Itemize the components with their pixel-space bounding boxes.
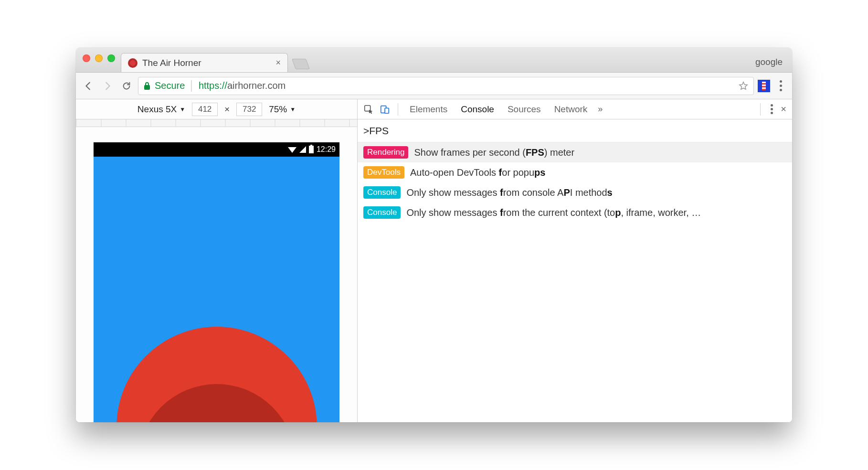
command-menu-text: >FPS bbox=[363, 125, 389, 137]
command-menu-results: Rendering Show frames per second (FPS) m… bbox=[358, 142, 792, 422]
devtools-pane: Elements Console Sources Network » × >FP… bbox=[358, 99, 792, 422]
address-bar[interactable]: Secure │ https://airhorner.com bbox=[138, 77, 754, 95]
maximize-window-button[interactable] bbox=[107, 54, 115, 62]
svg-rect-3 bbox=[385, 108, 389, 113]
tab-title: The Air Horner bbox=[142, 58, 271, 68]
zoom-select[interactable]: 75% ▼ bbox=[269, 104, 296, 115]
divider bbox=[398, 103, 398, 116]
forward-button[interactable] bbox=[100, 78, 115, 94]
reload-button[interactable] bbox=[119, 78, 134, 94]
titlebar: The Air Horner × google bbox=[76, 48, 792, 73]
new-tab-button[interactable] bbox=[292, 59, 310, 69]
secure-label: Secure bbox=[155, 80, 185, 91]
minimize-window-button[interactable] bbox=[95, 54, 103, 62]
device-name: Nexus 5X bbox=[138, 104, 177, 115]
command-menu-input[interactable]: >FPS bbox=[358, 119, 792, 142]
inspect-element-icon[interactable] bbox=[361, 102, 376, 117]
url-text: https://airhorner.com bbox=[199, 80, 286, 91]
content-area: Nexus 5X ▼ × 75% ▼ 12:29 bbox=[76, 99, 792, 422]
bookmark-star-icon[interactable] bbox=[738, 81, 749, 91]
command-label: Show frames per second (FPS) meter bbox=[414, 147, 786, 158]
viewport-area: 12:29 bbox=[76, 127, 357, 422]
tab-elements[interactable]: Elements bbox=[404, 104, 453, 115]
lighthouse-extension-icon[interactable] bbox=[758, 80, 770, 92]
battery-icon bbox=[309, 146, 314, 153]
device-toolbar: Nexus 5X ▼ × 75% ▼ bbox=[76, 99, 357, 119]
cellular-icon bbox=[299, 146, 306, 153]
window-controls bbox=[83, 54, 115, 62]
command-result[interactable]: Console Only show messages from the curr… bbox=[358, 203, 792, 223]
device-pane: Nexus 5X ▼ × 75% ▼ 12:29 bbox=[76, 99, 358, 422]
category-badge: Console bbox=[363, 186, 401, 199]
command-label: Auto-open DevTools for popups bbox=[410, 167, 786, 178]
divider bbox=[760, 103, 761, 116]
command-label: Only show messages from the current cont… bbox=[406, 207, 786, 218]
more-tabs-icon[interactable]: » bbox=[595, 104, 605, 114]
separator: │ bbox=[189, 80, 195, 91]
emulated-device-screen[interactable]: 12:29 bbox=[94, 142, 339, 422]
profile-label[interactable]: google bbox=[755, 57, 783, 67]
category-badge: Rendering bbox=[363, 146, 408, 159]
width-input[interactable] bbox=[192, 103, 218, 116]
browser-tab[interactable]: The Air Horner × bbox=[121, 53, 288, 72]
chevron-down-icon: ▼ bbox=[290, 106, 296, 113]
browser-window: The Air Horner × google Secure │ https:/… bbox=[76, 48, 792, 422]
tab-sources[interactable]: Sources bbox=[502, 104, 547, 115]
svg-rect-0 bbox=[144, 85, 150, 90]
toolbar: Secure │ https://airhorner.com bbox=[76, 73, 792, 99]
tab-network[interactable]: Network bbox=[549, 104, 593, 115]
back-button[interactable] bbox=[81, 78, 96, 94]
devtools-close-icon[interactable]: × bbox=[779, 104, 788, 115]
category-badge: Console bbox=[363, 206, 401, 219]
height-input[interactable] bbox=[236, 103, 262, 116]
tab-console[interactable]: Console bbox=[455, 104, 500, 115]
devtools-tabbar: Elements Console Sources Network » × bbox=[358, 99, 792, 119]
device-select[interactable]: Nexus 5X ▼ bbox=[138, 104, 185, 115]
wifi-icon bbox=[288, 147, 296, 153]
chevron-down-icon: ▼ bbox=[180, 106, 185, 113]
command-result[interactable]: Console Only show messages from console … bbox=[358, 182, 792, 203]
command-result[interactable]: DevTools Auto-open DevTools for popups bbox=[358, 162, 792, 182]
zoom-value: 75% bbox=[269, 104, 287, 115]
command-result[interactable]: Rendering Show frames per second (FPS) m… bbox=[358, 142, 792, 162]
dimension-x: × bbox=[224, 104, 230, 115]
toggle-device-icon[interactable] bbox=[378, 102, 392, 117]
android-statusbar: 12:29 bbox=[94, 142, 339, 157]
command-label: Only show messages from console API meth… bbox=[406, 187, 786, 198]
lock-icon bbox=[143, 82, 151, 90]
browser-menu-button[interactable] bbox=[774, 80, 787, 91]
favicon-icon bbox=[128, 58, 138, 68]
tab-close-icon[interactable]: × bbox=[275, 58, 281, 68]
ruler bbox=[76, 119, 357, 127]
clock-label: 12:29 bbox=[317, 145, 336, 154]
category-badge: DevTools bbox=[363, 166, 404, 179]
devtools-menu-button[interactable] bbox=[766, 104, 777, 114]
close-window-button[interactable] bbox=[83, 54, 90, 62]
